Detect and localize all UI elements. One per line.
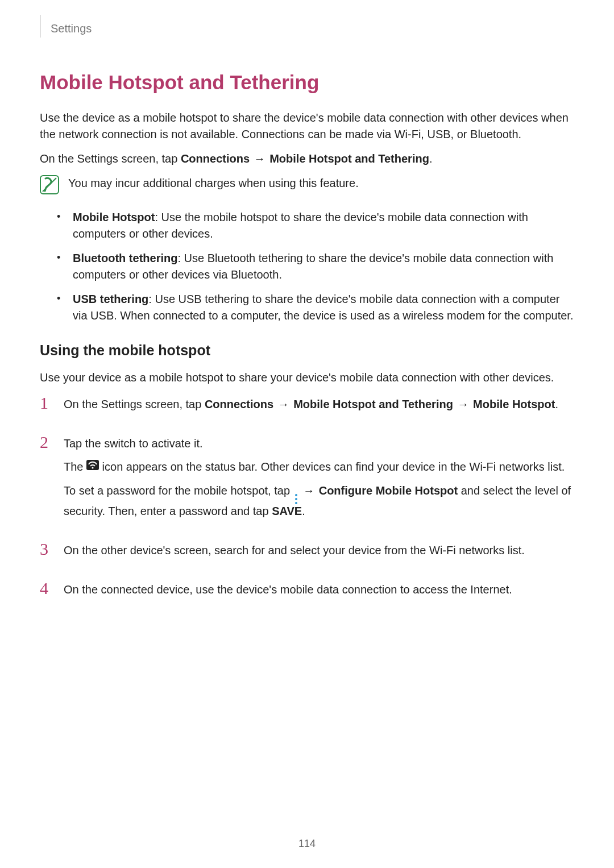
arrow-icon: → [456,398,470,410]
list-item-title: Mobile Hotspot [73,211,155,223]
text-fragment: To set a password for the mobile hotspot… [64,484,293,497]
arrow-icon: → [302,484,316,497]
nav-prefix: On the Settings screen, tap [40,152,181,165]
step-bold: Mobile Hotspot [473,398,555,410]
step: 2 Tap the switch to activate it. The ico… [40,435,574,526]
step-text: On the connected device, use the device'… [64,582,512,598]
list-item-title: Bluetooth tethering [73,252,177,264]
hotspot-status-icon [86,458,99,475]
step-number: 2 [40,434,53,451]
step-bold: Configure Mobile Hotspot [319,484,458,497]
step-bold: Connections [205,398,273,410]
step-bold: SAVE [272,505,302,517]
step-number: 1 [40,394,53,412]
arrow-icon: → [253,152,267,165]
step-number: 4 [40,580,53,597]
intro-paragraph: Use the device as a mobile hotspot to sh… [40,110,574,143]
document-page: Settings Mobile Hotspot and Tethering Us… [0,0,614,868]
list-item: Mobile Hotspot: Use the mobile hotspot t… [40,209,574,242]
more-options-icon [293,493,299,505]
text-fragment: The [64,460,86,473]
step: 1 On the Settings screen, tap Connection… [40,396,574,420]
note-text: You may incur additional charges when us… [68,175,359,192]
list-item: Bluetooth tethering: Use Bluetooth tethe… [40,250,574,283]
header-divider [40,15,40,38]
text-fragment: icon appears on the status bar. Other de… [102,460,565,473]
step-list: 1 On the Settings screen, tap Connection… [40,396,574,605]
step-text: On the Settings screen, tap Connections … [64,396,558,413]
note-icon [40,175,59,199]
nav-bold-hotspot: Mobile Hotspot and Tethering [269,152,429,165]
page-header: Settings [40,17,574,40]
text-fragment: . [302,505,305,517]
arrow-icon: → [277,398,291,410]
step-prefix: On the Settings screen, tap [64,398,205,410]
page-number: 114 [0,836,614,851]
step-text: Tap the switch to activate it. [64,435,574,452]
step-text: To set a password for the mobile hotspot… [64,483,574,520]
page-title: Mobile Hotspot and Tethering [40,68,574,97]
step: 3 On the other device's screen, search f… [40,542,574,566]
list-item-text: : Use USB tethering to share the device'… [73,293,573,322]
svg-point-2 [92,467,93,469]
subheading: Using the mobile hotspot [40,340,574,360]
step-body: On the Settings screen, tap Connections … [64,396,558,420]
step-number: 3 [40,541,53,558]
nav-line: On the Settings screen, tap Connections … [40,151,574,167]
step-body: On the connected device, use the device'… [64,582,512,605]
step-suffix: . [555,398,558,410]
step-body: On the other device's screen, search for… [64,542,525,566]
step: 4 On the connected device, use the devic… [40,582,574,605]
list-item-title: USB tethering [73,293,148,305]
step-body: Tap the switch to activate it. The icon … [64,435,574,526]
list-item: USB tethering: Use USB tethering to shar… [40,291,574,324]
step-text: On the other device's screen, search for… [64,542,525,559]
feature-list: Mobile Hotspot: Use the mobile hotspot t… [40,209,574,324]
breadcrumb: Settings [51,20,92,37]
step-text: The icon appears on the status bar. Othe… [64,459,574,476]
sub-intro: Use your device as a mobile hotspot to s… [40,369,574,386]
nav-bold-connections: Connections [181,152,250,165]
note-callout: You may incur additional charges when us… [40,175,574,199]
step-bold: Mobile Hotspot and Tethering [293,398,453,410]
